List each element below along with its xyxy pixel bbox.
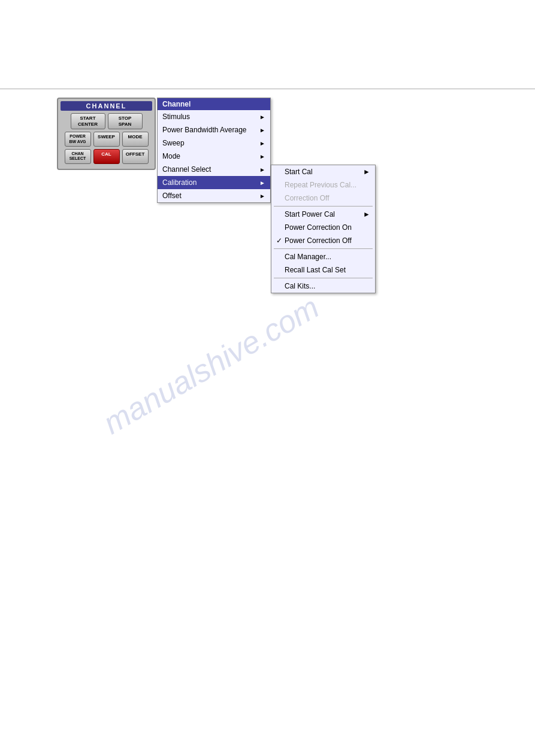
channel-panel-title: CHANNEL [61,101,152,111]
arrow-icon: ► [259,180,265,186]
cal-item-cal-kits[interactable]: Cal Kits... [271,280,375,293]
channel-panel: CHANNEL STARTCENTER STOPSPAN POWERBW AVG… [57,98,156,170]
top-divider [0,89,535,89]
cal-divider-2 [274,248,373,249]
cal-item-power-correction-on[interactable]: Power Correction On [271,221,375,234]
cal-item-start-cal[interactable]: Start Cal ► [271,165,375,178]
main-menu-title: Channel [158,98,270,110]
watermark: manualshive.com [97,289,325,441]
calibration-submenu: Start Cal ► Repeat Previous Cal... Corre… [271,165,376,293]
menu-item-calibration[interactable]: Calibration ► [158,176,270,189]
cal-button[interactable]: CAL [93,149,120,164]
power-bw-avg-button[interactable]: POWERBW AVG [65,132,91,147]
start-center-button[interactable]: STARTCENTER [71,113,105,129]
arrow-icon: ► [259,114,265,120]
offset-button[interactable]: OFFSET [122,149,149,164]
cal-item-start-power-cal[interactable]: Start Power Cal ► [271,208,375,221]
stop-span-button[interactable]: STOPSPAN [108,113,143,129]
cal-item-repeat-prev: Repeat Previous Cal... [271,178,375,192]
arrow-icon: ► [259,166,265,173]
cal-item-recall-last[interactable]: Recall Last Cal Set [271,263,375,277]
menu-item-offset[interactable]: Offset ► [158,189,270,202]
arrow-icon: ► [363,210,370,218]
arrow-icon: ► [259,193,265,199]
cal-item-power-correction-off[interactable]: ✓ Power Correction Off [271,234,375,247]
sweep-button[interactable]: SWEEP [93,132,120,147]
menu-item-channel-select[interactable]: Channel Select ► [158,163,270,176]
cal-divider-1 [274,206,373,207]
menu-item-mode[interactable]: Mode ► [158,150,270,163]
menu-item-sweep[interactable]: Sweep ► [158,136,270,150]
arrow-icon: ► [363,168,370,176]
chan-select-button[interactable]: CHANSELECT [65,149,91,164]
cal-item-cal-manager[interactable]: Cal Manager... [271,250,375,263]
menu-item-stimulus[interactable]: Stimulus ► [158,110,270,123]
arrow-icon: ► [259,140,265,147]
arrow-icon: ► [259,127,265,133]
arrow-icon: ► [259,153,265,160]
cal-item-correction-off: Correction Off [271,192,375,205]
menu-item-power-bw-avg[interactable]: Power Bandwidth Average ► [158,123,270,136]
main-menu: Channel Stimulus ► Power Bandwidth Avera… [157,98,271,203]
cal-divider-3 [274,278,373,278]
mode-button[interactable]: MODE [122,132,149,147]
